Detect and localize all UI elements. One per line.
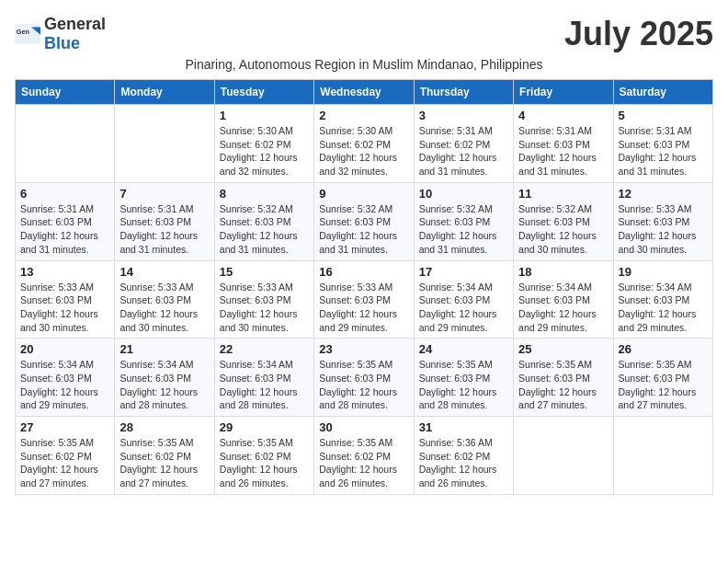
calendar-cell: 20Sunrise: 5:34 AMSunset: 6:03 PMDayligh… [16, 339, 115, 417]
calendar-cell: 14Sunrise: 5:33 AMSunset: 6:03 PMDayligh… [115, 260, 214, 339]
day-info: Sunrise: 5:30 AMSunset: 6:02 PMDaylight:… [220, 124, 309, 178]
calendar-cell: 24Sunrise: 5:35 AMSunset: 6:03 PMDayligh… [414, 339, 513, 417]
weekday-header: Friday [514, 80, 613, 105]
day-info: Sunrise: 5:35 AMSunset: 6:02 PMDaylight:… [220, 436, 309, 490]
day-number: 21 [119, 342, 209, 356]
calendar-cell: 23Sunrise: 5:35 AMSunset: 6:03 PMDayligh… [314, 339, 414, 417]
day-number: 5 [619, 109, 708, 122]
day-info: Sunrise: 5:36 AMSunset: 6:02 PMDaylight:… [419, 436, 508, 490]
calendar-cell: 16Sunrise: 5:33 AMSunset: 6:03 PMDayligh… [314, 260, 414, 339]
calendar-cell: 22Sunrise: 5:34 AMSunset: 6:03 PMDayligh… [214, 339, 313, 417]
day-info: Sunrise: 5:31 AMSunset: 6:02 PMDaylight:… [419, 124, 508, 178]
day-number: 3 [419, 109, 508, 122]
day-number: 31 [419, 420, 508, 434]
calendar-cell: 19Sunrise: 5:34 AMSunset: 6:03 PMDayligh… [613, 260, 712, 339]
day-number: 7 [119, 187, 209, 201]
logo-icon: Gen [15, 24, 40, 44]
day-number: 17 [419, 265, 508, 279]
calendar-week-row: 1Sunrise: 5:30 AMSunset: 6:02 PMDaylight… [16, 105, 713, 183]
calendar-cell: 6Sunrise: 5:31 AMSunset: 6:03 PMDaylight… [16, 182, 115, 260]
day-info: Sunrise: 5:31 AMSunset: 6:03 PMDaylight:… [119, 202, 209, 257]
day-number: 27 [20, 420, 109, 434]
calendar-cell [514, 417, 613, 495]
calendar-cell: 8Sunrise: 5:32 AMSunset: 6:03 PMDaylight… [214, 182, 313, 260]
day-number: 16 [319, 265, 408, 279]
day-info: Sunrise: 5:35 AMSunset: 6:03 PMDaylight:… [518, 358, 608, 412]
day-number: 20 [20, 342, 109, 356]
day-info: Sunrise: 5:30 AMSunset: 6:02 PMDaylight:… [319, 124, 408, 178]
day-number: 4 [518, 109, 608, 122]
calendar-cell: 29Sunrise: 5:35 AMSunset: 6:02 PMDayligh… [214, 417, 313, 495]
calendar-cell: 3Sunrise: 5:31 AMSunset: 6:02 PMDaylight… [414, 105, 513, 183]
day-info: Sunrise: 5:35 AMSunset: 6:03 PMDaylight:… [319, 358, 408, 412]
day-number: 26 [619, 342, 708, 356]
calendar-cell: 18Sunrise: 5:34 AMSunset: 6:03 PMDayligh… [514, 260, 613, 339]
logo: Gen General Blue [15, 15, 106, 53]
day-info: Sunrise: 5:33 AMSunset: 6:03 PMDaylight:… [220, 281, 309, 335]
day-number: 12 [619, 187, 708, 201]
day-info: Sunrise: 5:31 AMSunset: 6:03 PMDaylight:… [518, 124, 608, 178]
day-number: 1 [220, 109, 309, 122]
weekday-header: Saturday [613, 80, 712, 105]
calendar-cell: 17Sunrise: 5:34 AMSunset: 6:03 PMDayligh… [414, 260, 513, 339]
day-number: 13 [20, 265, 109, 279]
day-number: 28 [119, 420, 209, 434]
day-number: 29 [220, 420, 309, 434]
day-info: Sunrise: 5:35 AMSunset: 6:02 PMDaylight:… [119, 436, 209, 490]
calendar-subtitle: Pinaring, Autonomous Region in Muslim Mi… [15, 57, 713, 72]
day-info: Sunrise: 5:32 AMSunset: 6:03 PMDaylight:… [220, 202, 309, 257]
calendar-table: SundayMondayTuesdayWednesdayThursdayFrid… [15, 79, 713, 495]
day-number: 30 [319, 420, 408, 434]
calendar-cell [16, 105, 115, 183]
weekday-header: Wednesday [314, 80, 414, 105]
day-info: Sunrise: 5:35 AMSunset: 6:02 PMDaylight:… [319, 436, 408, 490]
day-info: Sunrise: 5:32 AMSunset: 6:03 PMDaylight:… [518, 202, 608, 257]
header: Gen General Blue July 2025 [15, 15, 713, 53]
day-info: Sunrise: 5:34 AMSunset: 6:03 PMDaylight:… [220, 358, 309, 412]
day-number: 11 [518, 187, 608, 201]
day-info: Sunrise: 5:31 AMSunset: 6:03 PMDaylight:… [619, 124, 708, 178]
calendar-week-row: 6Sunrise: 5:31 AMSunset: 6:03 PMDaylight… [16, 182, 713, 260]
day-number: 14 [119, 265, 209, 279]
day-number: 18 [518, 265, 608, 279]
logo-blue: Blue [44, 34, 80, 52]
day-info: Sunrise: 5:35 AMSunset: 6:03 PMDaylight:… [419, 358, 508, 412]
calendar-cell: 5Sunrise: 5:31 AMSunset: 6:03 PMDaylight… [613, 105, 712, 183]
calendar-cell: 26Sunrise: 5:35 AMSunset: 6:03 PMDayligh… [613, 339, 712, 417]
weekday-header: Thursday [414, 80, 513, 105]
weekday-header: Sunday [16, 80, 115, 105]
calendar-cell: 10Sunrise: 5:32 AMSunset: 6:03 PMDayligh… [414, 182, 513, 260]
day-info: Sunrise: 5:34 AMSunset: 6:03 PMDaylight:… [20, 358, 109, 412]
logo-text: General Blue [44, 15, 106, 53]
calendar-cell: 30Sunrise: 5:35 AMSunset: 6:02 PMDayligh… [314, 417, 414, 495]
day-info: Sunrise: 5:34 AMSunset: 6:03 PMDaylight:… [619, 281, 708, 335]
calendar-cell: 21Sunrise: 5:34 AMSunset: 6:03 PMDayligh… [115, 339, 214, 417]
calendar-cell: 28Sunrise: 5:35 AMSunset: 6:02 PMDayligh… [115, 417, 214, 495]
day-info: Sunrise: 5:34 AMSunset: 6:03 PMDaylight:… [518, 281, 608, 335]
day-number: 2 [319, 109, 408, 122]
weekday-header: Tuesday [214, 80, 313, 105]
day-number: 19 [619, 265, 708, 279]
day-info: Sunrise: 5:33 AMSunset: 6:03 PMDaylight:… [619, 202, 708, 257]
day-info: Sunrise: 5:34 AMSunset: 6:03 PMDaylight:… [419, 281, 508, 335]
day-number: 15 [220, 265, 309, 279]
day-info: Sunrise: 5:35 AMSunset: 6:03 PMDaylight:… [619, 358, 708, 412]
day-info: Sunrise: 5:33 AMSunset: 6:03 PMDaylight:… [119, 281, 209, 335]
calendar-week-row: 13Sunrise: 5:33 AMSunset: 6:03 PMDayligh… [16, 260, 713, 339]
calendar-cell [613, 417, 712, 495]
calendar-cell: 11Sunrise: 5:32 AMSunset: 6:03 PMDayligh… [514, 182, 613, 260]
day-info: Sunrise: 5:32 AMSunset: 6:03 PMDaylight:… [319, 202, 408, 257]
calendar-cell: 13Sunrise: 5:33 AMSunset: 6:03 PMDayligh… [16, 260, 115, 339]
day-number: 25 [518, 342, 608, 356]
calendar-cell: 27Sunrise: 5:35 AMSunset: 6:02 PMDayligh… [16, 417, 115, 495]
day-number: 9 [319, 187, 408, 201]
day-number: 23 [319, 342, 408, 356]
day-info: Sunrise: 5:35 AMSunset: 6:02 PMDaylight:… [20, 436, 109, 490]
calendar-cell: 4Sunrise: 5:31 AMSunset: 6:03 PMDaylight… [514, 105, 613, 183]
weekday-header: Monday [115, 80, 214, 105]
day-info: Sunrise: 5:33 AMSunset: 6:03 PMDaylight:… [20, 281, 109, 335]
calendar-cell: 15Sunrise: 5:33 AMSunset: 6:03 PMDayligh… [214, 260, 313, 339]
day-info: Sunrise: 5:32 AMSunset: 6:03 PMDaylight:… [419, 202, 508, 257]
day-number: 6 [20, 187, 109, 201]
calendar-cell: 12Sunrise: 5:33 AMSunset: 6:03 PMDayligh… [613, 182, 712, 260]
